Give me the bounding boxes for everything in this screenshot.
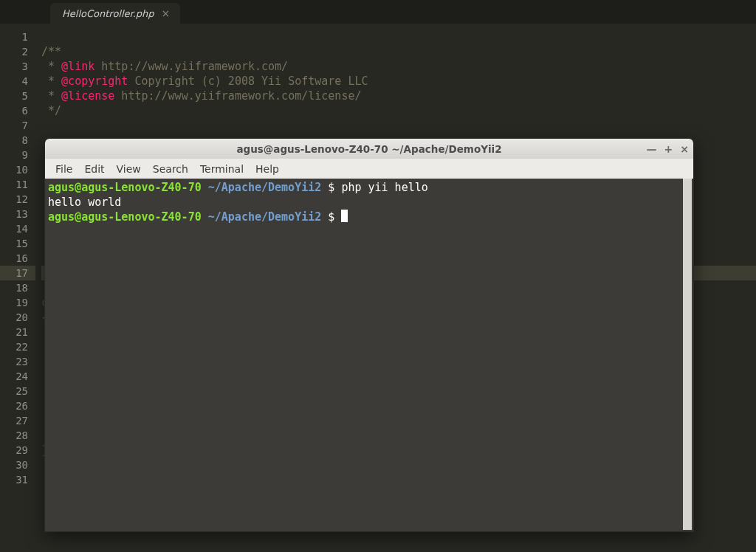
cursor-icon [341,210,348,222]
terminal-window: agus@agus-Lenovo-Z40-70 ~/Apache/DemoYii… [44,138,694,532]
menu-help[interactable]: Help [251,162,284,176]
terminal-menubar: FileEditViewSearchTerminalHelp [45,159,693,179]
close-icon[interactable]: × [162,7,171,19]
terminal-titlebar[interactable]: agus@agus-Lenovo-Z40-70 ~/Apache/DemoYii… [45,139,693,159]
menu-edit[interactable]: Edit [80,162,109,176]
tab-hellocontroller[interactable]: HelloController.php × [50,3,180,24]
terminal-line: hello world [48,195,690,210]
terminal-title: agus@agus-Lenovo-Z40-70 ~/Apache/DemoYii… [236,143,501,155]
tab-bar: HelloController.php × [0,0,756,24]
menu-file[interactable]: File [51,162,77,176]
terminal-line: agus@agus-Lenovo-Z40-70 ~/Apache/DemoYii… [48,180,690,195]
maximize-icon[interactable]: + [664,143,673,155]
terminal-body[interactable]: agus@agus-Lenovo-Z40-70 ~/Apache/DemoYii… [45,179,693,531]
close-icon[interactable]: × [680,143,689,155]
menu-search[interactable]: Search [148,162,193,176]
tab-filename: HelloController.php [62,8,154,19]
scrollbar[interactable] [683,179,692,530]
terminal-line: agus@agus-Lenovo-Z40-70 ~/Apache/DemoYii… [48,210,690,224]
minimize-icon[interactable]: — [647,143,657,155]
window-controls: — + × [647,139,689,159]
line-gutter: 1234567891011121314151617181920212223242… [0,24,35,552]
menu-terminal[interactable]: Terminal [196,162,248,176]
menu-view[interactable]: View [112,162,145,176]
